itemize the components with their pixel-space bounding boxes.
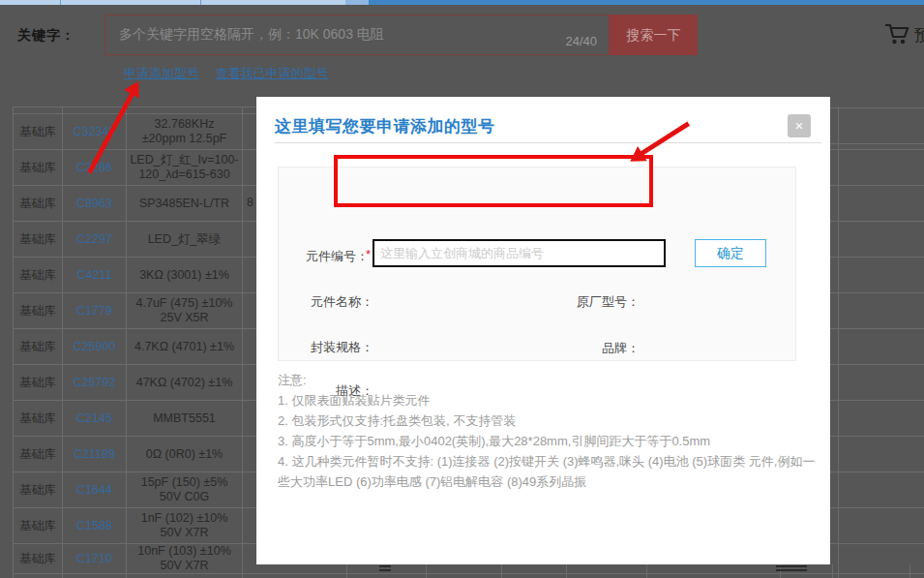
table-cell bbox=[243, 365, 256, 400]
table-row: 基础库C3234332.768KHz±20ppm 12.5pF bbox=[14, 114, 256, 150]
tab-strip-right bbox=[369, 0, 924, 5]
bottom-col-border bbox=[832, 564, 833, 578]
char-counter: 24/40 bbox=[565, 34, 597, 48]
table-cell bbox=[243, 258, 256, 292]
part-desc-cell: 15pF (150) ±5%50V C0G bbox=[127, 472, 243, 507]
part-name-label: 元件名称： bbox=[286, 293, 373, 311]
part-code-link[interactable]: C8963 bbox=[63, 186, 127, 221]
part-desc-line: ±20ppm 12.5pF bbox=[142, 132, 226, 146]
close-icon[interactable]: × bbox=[788, 114, 811, 137]
note-item: 2. 包装形式仅支持:托盘类包装, 不支持管装 bbox=[278, 411, 821, 431]
part-desc-line: 4.7KΩ (4701) ±1% bbox=[134, 340, 234, 354]
bottom-col-border bbox=[242, 564, 243, 578]
cart-icon[interactable] bbox=[882, 20, 909, 51]
part-desc-cell: 47KΩ (4702) ±1% bbox=[127, 365, 243, 400]
part-code-link[interactable]: C25900 bbox=[63, 329, 127, 364]
part-number-label: 元件编号： bbox=[282, 248, 369, 265]
bottom-col-border bbox=[501, 564, 502, 578]
title-divider bbox=[275, 142, 821, 143]
library-cell: 基础库 bbox=[14, 293, 63, 328]
table-row-partial bbox=[14, 574, 256, 578]
part-desc-line: 25V X5R bbox=[160, 311, 208, 325]
required-asterisk: * bbox=[366, 247, 371, 261]
library-cell: 基础库 bbox=[14, 258, 63, 292]
table-row: 基础库C15881nF (102) ±10%50V X7R bbox=[14, 508, 256, 544]
table-cell bbox=[63, 574, 127, 578]
library-cell: 基础库 bbox=[14, 329, 63, 364]
modal-title: 这里填写您要申请添加的型号 bbox=[275, 115, 495, 137]
part-code-link[interactable]: C1710 bbox=[63, 544, 127, 573]
part-code-link[interactable]: C25792 bbox=[63, 365, 127, 400]
part-desc-line: 50V C0G bbox=[160, 490, 209, 504]
table-row: 基础库C2286LED_灯_红_Iv=100-120_λd=615-630 bbox=[14, 150, 256, 186]
part-desc-line: 47KΩ (4702) ±1% bbox=[136, 376, 233, 390]
table-cell bbox=[243, 222, 256, 257]
bottom-col-border bbox=[909, 564, 910, 578]
cart-label-partial: 预 bbox=[914, 24, 924, 46]
table-bottom-border bbox=[13, 573, 924, 574]
table-cell bbox=[243, 293, 256, 328]
clipped-text-fragment bbox=[379, 565, 391, 571]
table-cell bbox=[127, 574, 243, 578]
bottom-col-border bbox=[566, 564, 567, 578]
part-desc-cell: MMBT5551 bbox=[127, 401, 243, 436]
part-code-link[interactable]: C1779 bbox=[63, 293, 127, 328]
table-cell bbox=[243, 472, 256, 507]
table-cell bbox=[63, 107, 127, 113]
part-desc-line: MMBT5551 bbox=[153, 411, 216, 426]
bottom-col-border bbox=[426, 564, 427, 578]
tab-segment-active bbox=[345, 0, 369, 5]
search-placeholder: 多个关键字用空格隔开，例：10K 0603 电阻 bbox=[119, 26, 384, 44]
library-cell: 基础库 bbox=[14, 114, 63, 149]
part-desc-line: 50V X7R bbox=[160, 526, 208, 540]
table-cell bbox=[243, 437, 256, 472]
search-input[interactable]: 多个关键字用空格隔开，例：10K 0603 电阻 24/40 bbox=[104, 15, 610, 55]
part-desc-cell: 0Ω (0R0) ±1% bbox=[127, 437, 243, 472]
table-cell bbox=[243, 150, 256, 185]
table-cell bbox=[243, 401, 256, 436]
table-row: 基础库C211890Ω (0R0) ±1% bbox=[14, 437, 256, 472]
mfr-model-label: 原厂型号： bbox=[552, 293, 640, 311]
table-cell bbox=[127, 107, 243, 113]
table-row: 基础库C42113KΩ (3001) ±1% bbox=[14, 258, 256, 293]
package-label: 封装规格： bbox=[286, 339, 373, 356]
table-col4-fragment: 8 bbox=[247, 196, 253, 209]
part-desc-cell: 32.768KHz±20ppm 12.5pF bbox=[127, 114, 243, 149]
table-row-partial bbox=[14, 107, 256, 114]
view-my-applied-parts-link[interactable]: 查看我已申请的型号 bbox=[216, 66, 329, 80]
keyword-label: 关键字： bbox=[17, 27, 75, 45]
part-code-link[interactable]: C21189 bbox=[63, 437, 127, 472]
confirm-button[interactable]: 确定 bbox=[695, 239, 766, 267]
table-row: 基础库C164415pF (150) ±5%50V C0G bbox=[14, 472, 256, 508]
part-code-link[interactable]: C4211 bbox=[63, 258, 127, 292]
table-row: 基础库C2297LED_灯_翠绿 bbox=[14, 222, 256, 258]
library-cell: 基础库 bbox=[14, 508, 63, 543]
apply-add-part-link[interactable]: 申请添加型号 bbox=[124, 66, 199, 80]
part-code-link[interactable]: C2145 bbox=[63, 401, 127, 436]
part-desc-line: LED_灯_红_Iv=100- bbox=[130, 153, 238, 167]
modal-notes: 注意: 1. 仅限表面贴装贴片类元件 2. 包装形式仅支持:托盘类包装, 不支持… bbox=[278, 370, 821, 492]
table-row: 基础库C259004.7KΩ (4701) ±1% bbox=[14, 329, 256, 365]
notes-title: 注意: bbox=[278, 370, 821, 390]
table-cell bbox=[243, 329, 256, 364]
table-cell bbox=[14, 107, 63, 113]
brand-label: 品牌： bbox=[552, 340, 640, 357]
part-code-link[interactable]: C1588 bbox=[63, 508, 127, 543]
library-cell: 基础库 bbox=[14, 401, 63, 436]
part-desc-line: 3KΩ (3001) ±1% bbox=[139, 268, 229, 283]
library-cell: 基础库 bbox=[14, 472, 63, 507]
search-button[interactable]: 搜索一下 bbox=[610, 15, 698, 55]
part-number-input[interactable] bbox=[373, 239, 666, 267]
part-desc-cell: LED_灯_翠绿 bbox=[127, 222, 243, 257]
part-code-link[interactable]: C2297 bbox=[63, 222, 127, 257]
library-cell: 基础库 bbox=[14, 186, 63, 221]
library-cell: 基础库 bbox=[14, 437, 63, 472]
table-right-fragment bbox=[830, 106, 924, 578]
bottom-col-border bbox=[646, 564, 647, 578]
table-column-border bbox=[838, 106, 839, 578]
part-desc-cell: 1nF (102) ±10%50V X7R bbox=[127, 508, 243, 543]
bottom-col-border bbox=[346, 564, 347, 578]
part-desc-cell: 4.7KΩ (4701) ±1% bbox=[127, 329, 243, 364]
note-item: 3. 高度小于等于5mm,最小0402(英制),最大28*28mm,引脚间距大于… bbox=[278, 431, 821, 451]
part-code-link[interactable]: C1644 bbox=[63, 472, 127, 507]
